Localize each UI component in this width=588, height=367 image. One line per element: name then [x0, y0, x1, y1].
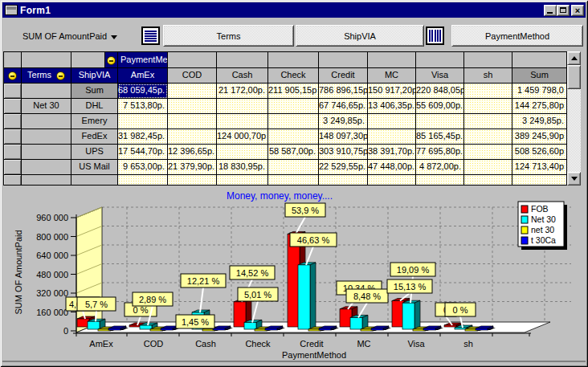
- row-indicator[interactable]: [4, 129, 22, 145]
- rows-collapse-button[interactable]: [4, 68, 22, 84]
- value-cell[interactable]: [168, 84, 217, 99]
- terms-value-cell[interactable]: [22, 175, 71, 186]
- value-cell[interactable]: [168, 114, 217, 129]
- column-header-mc[interactable]: MC: [368, 68, 416, 84]
- column-header-cash[interactable]: Cash: [217, 68, 268, 84]
- value-cell[interactable]: 220 848,05p: [416, 84, 464, 99]
- value-cell[interactable]: [268, 99, 319, 114]
- value-cell[interactable]: [118, 114, 168, 129]
- scroll-down-button[interactable]: [567, 172, 581, 186]
- terms-value-cell[interactable]: [22, 145, 71, 160]
- value-cell[interactable]: [217, 145, 268, 160]
- grid-vertical-scrollbar[interactable]: [567, 51, 581, 186]
- value-cell[interactable]: 12 396,65p.: [168, 145, 217, 160]
- collapse-sphere-icon[interactable]: [56, 71, 65, 80]
- value-cell[interactable]: [268, 160, 319, 175]
- value-cell[interactable]: 3 249,85p.: [319, 114, 368, 129]
- value-cell[interactable]: [217, 114, 268, 129]
- terms-value-cell[interactable]: [22, 84, 71, 99]
- value-cell[interactable]: 9 653,00p.: [118, 160, 168, 175]
- maximize-button[interactable]: [557, 5, 570, 16]
- column-dimension-header[interactable]: PaymentMet: [118, 52, 168, 68]
- titlebar[interactable]: Form1 ×: [2, 2, 586, 18]
- column-header-sum[interactable]: Sum: [512, 68, 567, 84]
- value-cell[interactable]: [464, 114, 512, 129]
- value-cell[interactable]: [464, 129, 512, 145]
- shipvia-value-cell[interactable]: US Mail: [71, 160, 118, 175]
- column-header-sh[interactable]: sh: [464, 68, 512, 84]
- value-cell[interactable]: 13 406,35p.: [368, 99, 416, 114]
- value-cell[interactable]: 144 275,80p: [512, 99, 567, 114]
- value-cell[interactable]: [168, 129, 217, 145]
- column-header-visa[interactable]: Visa: [416, 68, 464, 84]
- row-indicator[interactable]: [4, 84, 22, 99]
- shipvia-value-cell[interactable]: UPS: [71, 145, 118, 160]
- value-cell[interactable]: [217, 99, 268, 114]
- shipvia-value-cell[interactable]: FedEx: [71, 129, 118, 145]
- value-cell[interactable]: 67 746,65p.: [319, 99, 368, 114]
- shipvia-value-cell[interactable]: Sum: [71, 84, 118, 99]
- value-cell[interactable]: 47 448,00p.: [368, 160, 416, 175]
- row-indicator[interactable]: [4, 175, 22, 186]
- scrollbar-thumb[interactable]: [567, 65, 581, 89]
- value-cell[interactable]: [464, 145, 512, 160]
- value-cell[interactable]: [464, 99, 512, 114]
- value-cell[interactable]: [464, 160, 512, 175]
- value-cell[interactable]: [268, 129, 319, 145]
- value-cell[interactable]: 303 910,75p: [319, 145, 368, 160]
- row-indicator[interactable]: [4, 160, 22, 175]
- value-cell[interactable]: [217, 175, 268, 186]
- row-indicator[interactable]: [4, 99, 22, 114]
- value-cell[interactable]: [368, 114, 416, 129]
- column-header-amex[interactable]: AmEx: [118, 68, 168, 84]
- value-cell[interactable]: 17 544,70p.: [118, 145, 168, 160]
- value-cell[interactable]: 18 830,95p.: [217, 160, 268, 175]
- column-header-check[interactable]: Check: [268, 68, 319, 84]
- value-cell[interactable]: 211 905,15p: [268, 84, 319, 99]
- value-cell[interactable]: 77 695,80p.: [416, 145, 464, 160]
- column-dimensions-button[interactable]: [426, 27, 444, 45]
- measure-dropdown[interactable]: SUM OF AmountPaid: [22, 29, 117, 43]
- form-icon[interactable]: [5, 5, 18, 15]
- shipvia-value-cell[interactable]: Emery: [71, 114, 118, 129]
- value-cell[interactable]: [368, 175, 416, 186]
- value-cell[interactable]: [416, 114, 464, 129]
- row-dimensions-button[interactable]: [141, 27, 160, 45]
- value-cell[interactable]: 786 896,15p: [319, 84, 368, 99]
- value-cell[interactable]: 1 459 798,0: [512, 84, 567, 99]
- value-cell[interactable]: 124 713,40p: [512, 160, 567, 175]
- terms-dimension-button[interactable]: Terms: [163, 25, 294, 47]
- value-cell[interactable]: 31 982,45p.: [118, 129, 168, 145]
- paymentmethod-dimension-button[interactable]: PaymentMethod: [451, 25, 583, 47]
- value-cell[interactable]: [268, 114, 319, 129]
- value-cell[interactable]: 55 609,00p.: [416, 99, 464, 114]
- value-cell[interactable]: 85 165,45p.: [416, 129, 464, 145]
- shipvia-value-cell[interactable]: [71, 175, 118, 186]
- scrollbar-track[interactable]: [567, 89, 581, 172]
- collapse-sphere-icon[interactable]: [8, 71, 17, 80]
- value-cell[interactable]: [268, 175, 319, 186]
- terms-value-cell[interactable]: Net 30: [22, 99, 71, 114]
- value-cell[interactable]: [464, 84, 512, 99]
- value-cell[interactable]: 4 872,00p.: [416, 160, 464, 175]
- collapse-sphere-icon[interactable]: [107, 56, 116, 65]
- row-indicator[interactable]: [4, 114, 22, 129]
- minimize-button[interactable]: [544, 5, 557, 16]
- terms-value-cell[interactable]: [22, 114, 71, 129]
- column-header-credit[interactable]: Credit: [319, 68, 368, 84]
- value-cell[interactable]: 124 000,70p: [217, 129, 268, 145]
- value-cell[interactable]: [368, 129, 416, 145]
- value-cell[interactable]: [118, 175, 168, 186]
- close-button[interactable]: ×: [571, 5, 584, 16]
- scroll-up-button[interactable]: [567, 51, 581, 65]
- terms-dimension-header[interactable]: Terms: [22, 68, 71, 84]
- value-cell[interactable]: [168, 99, 217, 114]
- value-cell[interactable]: [319, 175, 368, 186]
- value-cell[interactable]: 508 526,60p: [512, 145, 567, 160]
- paymentmethod-collapse-button[interactable]: [105, 52, 118, 68]
- selected-cell[interactable]: 68 059,45p.: [118, 84, 168, 99]
- value-cell[interactable]: 38 391,70p.: [368, 145, 416, 160]
- row-indicator[interactable]: [4, 145, 22, 160]
- value-cell[interactable]: [512, 175, 567, 186]
- shipvia-value-cell[interactable]: DHL: [71, 99, 118, 114]
